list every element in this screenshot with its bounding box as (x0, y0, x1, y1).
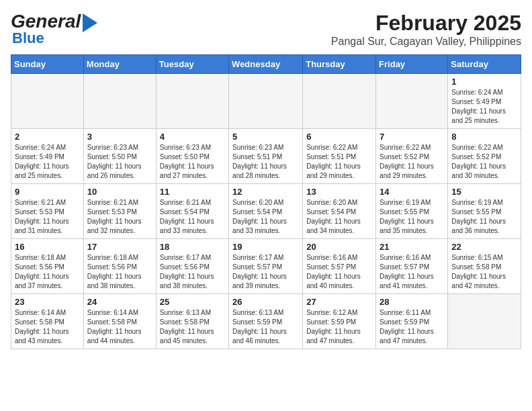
day-number: 26 (232, 297, 299, 307)
table-row: 9Sunrise: 6:21 AM Sunset: 5:53 PM Daylig… (11, 184, 84, 239)
day-info: Sunrise: 6:14 AM Sunset: 5:58 PM Dayligh… (15, 308, 80, 346)
day-number: 10 (87, 187, 152, 197)
day-number: 4 (160, 132, 225, 142)
day-info: Sunrise: 6:22 AM Sunset: 5:52 PM Dayligh… (380, 143, 444, 181)
day-info: Sunrise: 6:23 AM Sunset: 5:50 PM Dayligh… (87, 143, 152, 181)
day-number: 25 (160, 297, 225, 307)
table-row: 4Sunrise: 6:23 AM Sunset: 5:50 PM Daylig… (156, 129, 228, 184)
day-number: 2 (15, 132, 80, 142)
day-info: Sunrise: 6:21 AM Sunset: 5:53 PM Dayligh… (87, 198, 152, 236)
day-info: Sunrise: 6:17 AM Sunset: 5:56 PM Dayligh… (160, 253, 225, 291)
day-number: 23 (15, 297, 80, 307)
table-row: 20Sunrise: 6:16 AM Sunset: 5:57 PM Dayli… (303, 239, 376, 294)
table-row: 10Sunrise: 6:21 AM Sunset: 5:53 PM Dayli… (83, 184, 156, 239)
header-monday: Monday (83, 55, 156, 74)
table-row: 17Sunrise: 6:18 AM Sunset: 5:56 PM Dayli… (83, 239, 156, 294)
calendar-week-row: 23Sunrise: 6:14 AM Sunset: 5:58 PM Dayli… (11, 294, 521, 349)
day-info: Sunrise: 6:24 AM Sunset: 5:49 PM Dayligh… (451, 88, 517, 126)
header-friday: Friday (376, 55, 448, 74)
table-row: 26Sunrise: 6:13 AM Sunset: 5:59 PM Dayli… (229, 294, 303, 349)
day-info: Sunrise: 6:21 AM Sunset: 5:54 PM Dayligh… (160, 198, 225, 236)
day-info: Sunrise: 6:22 AM Sunset: 5:52 PM Dayligh… (451, 143, 517, 181)
day-info: Sunrise: 6:15 AM Sunset: 5:58 PM Dayligh… (451, 253, 517, 291)
day-number: 14 (380, 187, 444, 197)
table-row (156, 74, 228, 129)
table-row: 25Sunrise: 6:13 AM Sunset: 5:58 PM Dayli… (156, 294, 228, 349)
table-row: 18Sunrise: 6:17 AM Sunset: 5:56 PM Dayli… (156, 239, 228, 294)
table-row (448, 294, 521, 349)
day-info: Sunrise: 6:13 AM Sunset: 5:58 PM Dayligh… (160, 308, 225, 346)
day-info: Sunrise: 6:11 AM Sunset: 5:59 PM Dayligh… (380, 308, 444, 346)
day-info: Sunrise: 6:17 AM Sunset: 5:57 PM Dayligh… (232, 253, 299, 291)
logo: General Blue (11, 11, 97, 47)
day-number: 5 (232, 132, 299, 142)
day-number: 13 (306, 187, 372, 197)
table-row: 16Sunrise: 6:18 AM Sunset: 5:56 PM Dayli… (11, 239, 84, 294)
day-number: 9 (15, 187, 80, 197)
calendar-week-row: 16Sunrise: 6:18 AM Sunset: 5:56 PM Dayli… (11, 239, 521, 294)
calendar-table: Sunday Monday Tuesday Wednesday Thursday… (11, 54, 521, 349)
day-number: 20 (306, 242, 372, 252)
calendar-week-row: 9Sunrise: 6:21 AM Sunset: 5:53 PM Daylig… (11, 184, 521, 239)
day-number: 8 (451, 132, 517, 142)
day-number: 19 (232, 242, 299, 252)
day-info: Sunrise: 6:16 AM Sunset: 5:57 PM Dayligh… (306, 253, 372, 291)
day-info: Sunrise: 6:21 AM Sunset: 5:53 PM Dayligh… (15, 198, 80, 236)
day-number: 28 (380, 297, 444, 307)
day-info: Sunrise: 6:23 AM Sunset: 5:51 PM Dayligh… (232, 143, 299, 181)
day-number: 21 (380, 242, 444, 252)
calendar-week-row: 1Sunrise: 6:24 AM Sunset: 5:49 PM Daylig… (11, 74, 521, 129)
table-row: 28Sunrise: 6:11 AM Sunset: 5:59 PM Dayli… (376, 294, 448, 349)
day-number: 18 (160, 242, 225, 252)
day-info: Sunrise: 6:24 AM Sunset: 5:49 PM Dayligh… (15, 143, 80, 181)
day-number: 24 (87, 297, 152, 307)
table-row: 11Sunrise: 6:21 AM Sunset: 5:54 PM Dayli… (156, 184, 228, 239)
day-info: Sunrise: 6:13 AM Sunset: 5:59 PM Dayligh… (232, 308, 299, 346)
calendar-header-row: Sunday Monday Tuesday Wednesday Thursday… (11, 55, 521, 74)
logo-blue: Blue (12, 30, 44, 46)
table-row: 8Sunrise: 6:22 AM Sunset: 5:52 PM Daylig… (448, 129, 521, 184)
header-sunday: Sunday (11, 55, 84, 74)
day-info: Sunrise: 6:14 AM Sunset: 5:58 PM Dayligh… (87, 308, 152, 346)
table-row: 6Sunrise: 6:22 AM Sunset: 5:51 PM Daylig… (303, 129, 376, 184)
table-row: 2Sunrise: 6:24 AM Sunset: 5:49 PM Daylig… (11, 129, 84, 184)
table-row (376, 74, 448, 129)
table-row: 7Sunrise: 6:22 AM Sunset: 5:52 PM Daylig… (376, 129, 448, 184)
table-row (83, 74, 156, 129)
table-row: 5Sunrise: 6:23 AM Sunset: 5:51 PM Daylig… (229, 129, 303, 184)
table-row: 1Sunrise: 6:24 AM Sunset: 5:49 PM Daylig… (448, 74, 521, 129)
header-wednesday: Wednesday (229, 55, 303, 74)
day-info: Sunrise: 6:18 AM Sunset: 5:56 PM Dayligh… (15, 253, 80, 291)
table-row (303, 74, 376, 129)
day-info: Sunrise: 6:20 AM Sunset: 5:54 PM Dayligh… (232, 198, 299, 236)
logo-arrow-icon (83, 13, 97, 32)
table-row: 23Sunrise: 6:14 AM Sunset: 5:58 PM Dayli… (11, 294, 84, 349)
day-number: 3 (87, 132, 152, 142)
table-row: 15Sunrise: 6:19 AM Sunset: 5:55 PM Dayli… (448, 184, 521, 239)
table-row: 19Sunrise: 6:17 AM Sunset: 5:57 PM Dayli… (229, 239, 303, 294)
day-number: 22 (451, 242, 517, 252)
calendar-week-row: 2Sunrise: 6:24 AM Sunset: 5:49 PM Daylig… (11, 129, 521, 184)
table-row (229, 74, 303, 129)
page-header: General Blue February 2025 Pangal Sur, C… (11, 11, 521, 48)
day-number: 17 (87, 242, 152, 252)
header-tuesday: Tuesday (156, 55, 228, 74)
day-info: Sunrise: 6:19 AM Sunset: 5:55 PM Dayligh… (380, 198, 444, 236)
header-thursday: Thursday (303, 55, 376, 74)
day-number: 15 (451, 187, 517, 197)
table-row: 13Sunrise: 6:20 AM Sunset: 5:54 PM Dayli… (303, 184, 376, 239)
day-number: 16 (15, 242, 80, 252)
day-info: Sunrise: 6:12 AM Sunset: 5:59 PM Dayligh… (306, 308, 372, 346)
day-info: Sunrise: 6:18 AM Sunset: 5:56 PM Dayligh… (87, 253, 152, 291)
table-row: 3Sunrise: 6:23 AM Sunset: 5:50 PM Daylig… (83, 129, 156, 184)
day-info: Sunrise: 6:20 AM Sunset: 5:54 PM Dayligh… (306, 198, 372, 236)
table-row: 24Sunrise: 6:14 AM Sunset: 5:58 PM Dayli… (83, 294, 156, 349)
day-info: Sunrise: 6:16 AM Sunset: 5:57 PM Dayligh… (380, 253, 444, 291)
table-row: 14Sunrise: 6:19 AM Sunset: 5:55 PM Dayli… (376, 184, 448, 239)
table-row: 12Sunrise: 6:20 AM Sunset: 5:54 PM Dayli… (229, 184, 303, 239)
day-number: 11 (160, 187, 225, 197)
calendar-subtitle: Pangal Sur, Cagayan Valley, Philippines (331, 36, 521, 48)
calendar-title: February 2025 (331, 11, 521, 36)
day-number: 27 (306, 297, 372, 307)
day-number: 12 (232, 187, 299, 197)
